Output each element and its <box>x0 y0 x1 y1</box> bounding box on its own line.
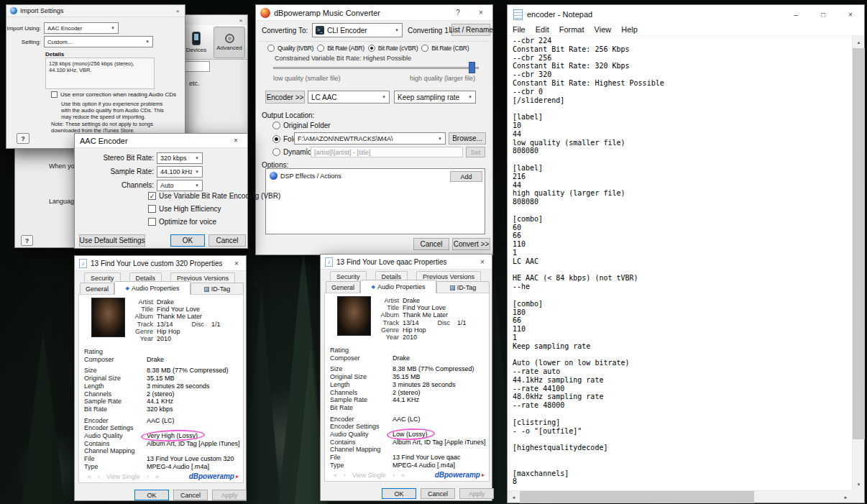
tab-id-tag[interactable]: ID-Tag <box>191 283 244 295</box>
rate-mode-radio[interactable]: Bit Rate (ABR) <box>317 45 364 52</box>
apply-button[interactable]: Apply <box>212 490 247 500</box>
aac-option-checkbox[interactable]: Use High Efficiency <box>148 205 280 213</box>
info-label: Encoder Settings <box>330 423 393 431</box>
ok-button[interactable]: OK <box>382 488 416 499</box>
nav-item[interactable]: › <box>393 472 395 479</box>
brand-text: dBpoweramp <box>435 471 480 479</box>
close-icon[interactable]: × <box>473 255 492 269</box>
menu-item[interactable]: View <box>590 25 617 34</box>
tab-audio-properties[interactable]: ◆ Audio Properties <box>114 281 191 295</box>
tab-audio-properties[interactable]: ◆ Audio Properties <box>360 280 436 293</box>
cancel-button[interactable]: Cancel <box>173 490 208 500</box>
setting-dropdown[interactable]: 320 kbps ▾ <box>157 152 203 164</box>
nav-item[interactable]: » <box>401 472 405 479</box>
tab-id-tag[interactable]: ID-Tag <box>436 281 490 293</box>
nav-item[interactable]: › <box>147 473 149 480</box>
horizontal-scrollbar[interactable]: ◄ ► <box>508 490 852 503</box>
import-using-dropdown[interactable]: AAC Encoder ▾ <box>44 22 119 34</box>
info-row: Bit Rate 320 kbps <box>84 406 242 413</box>
radio-label: Bit Rate (CBR) <box>431 45 469 52</box>
info-label: Audio Quality <box>330 431 393 439</box>
aac-option-checkbox[interactable]: Use Variable Bit Rate Encoding (VBR) <box>148 192 280 200</box>
aac-settings-rows: Stereo Bit Rate: 320 kbps ▾ Sample Rate:… <box>75 151 247 192</box>
info-label: Bit Rate <box>330 404 393 412</box>
tag-value: 2010 <box>403 334 417 341</box>
notepad-text-area[interactable]: --cbr 224 Constant Bit Rate: 256 Kbps --… <box>508 36 852 490</box>
nav-item[interactable]: ‹ <box>98 473 100 480</box>
ok-button[interactable]: OK <box>170 234 205 247</box>
encoder-select-value: CLI Encoder <box>327 27 392 35</box>
chevron-down-icon: ▾ <box>465 94 475 100</box>
error-correction-checkbox[interactable]: Use error correction when reading Audio … <box>51 91 176 98</box>
set-button[interactable]: Set <box>466 147 485 157</box>
sampling-dropdown[interactable]: Keep sampling rate ▾ <box>394 91 476 104</box>
bitrate-slider-track[interactable] <box>273 67 479 69</box>
bitrate-slider-thumb[interactable] <box>469 62 475 73</box>
checkbox-label: Use High Efficiency <box>159 205 221 213</box>
list-rename-button[interactable]: List / Rename <box>451 24 490 36</box>
rate-mode-radio[interactable]: Quality (tVBR) <box>267 45 313 52</box>
dsp-effects-item[interactable]: DSP Effects / Actions <box>270 172 341 180</box>
nav-item[interactable]: View Single <box>106 473 140 480</box>
close-icon[interactable]: × <box>224 134 247 147</box>
dynamic-pattern-field[interactable]: [artist]\[artist] - [title] <box>311 147 463 157</box>
help-button[interactable]: ? <box>21 235 33 246</box>
cancel-button[interactable]: Cancel <box>413 238 449 250</box>
encoder-settings-button[interactable]: Encoder >> <box>265 91 305 104</box>
ok-button[interactable]: OK <box>134 490 169 500</box>
menu-item[interactable]: Help <box>616 25 643 34</box>
info-row: Composer Drake <box>330 354 488 362</box>
menu-item[interactable]: File <box>508 25 531 34</box>
radio-label: Original Folder <box>283 122 331 129</box>
info-label: Length <box>330 381 393 389</box>
minimize-icon[interactable]: – <box>782 5 809 24</box>
close-icon[interactable]: × <box>170 5 185 17</box>
scroll-up-icon[interactable]: ▲ <box>853 36 865 48</box>
convert-button[interactable]: Convert >> <box>452 238 490 250</box>
nav-item[interactable]: « <box>334 472 337 479</box>
window-title: encoder - Notepad <box>527 10 592 19</box>
scrollbar-thumb[interactable] <box>853 48 865 439</box>
help-icon[interactable]: ? <box>446 5 469 20</box>
nav-item[interactable]: « <box>88 473 91 480</box>
encoder-select-dropdown[interactable]: >_ CLI Encoder ▾ <box>312 23 403 37</box>
scrollbar-thumb[interactable] <box>520 491 754 503</box>
codec-dropdown[interactable]: LC AAC ▾ <box>308 91 390 104</box>
toolbar-advanced[interactable]: Advanced <box>214 27 245 58</box>
info-value: AAC (LC) <box>393 416 421 423</box>
apply-button[interactable]: Apply <box>459 488 494 499</box>
menu-item[interactable]: Edit <box>531 25 554 34</box>
menu-item[interactable]: Format <box>554 25 590 34</box>
nav-item[interactable]: View Single <box>352 472 386 479</box>
info-label: Encoder Settings <box>84 424 147 432</box>
cancel-button[interactable]: Cancel <box>208 234 246 247</box>
aac-option-checkbox[interactable]: Optimize for voice <box>148 218 280 226</box>
use-default-settings-button[interactable]: Use Default Settings <box>79 234 145 247</box>
cancel-button[interactable]: Cancel <box>421 488 455 499</box>
info-label: Contains <box>84 440 147 448</box>
nav-item[interactable]: » <box>155 473 159 480</box>
tab-general[interactable]: General <box>326 281 360 293</box>
output-original-radio[interactable]: Original Folder <box>272 122 331 129</box>
close-icon[interactable]: × <box>234 15 247 25</box>
close-icon[interactable]: × <box>469 5 492 20</box>
scroll-right-icon[interactable]: ► <box>840 491 852 503</box>
rate-mode-radio[interactable]: Bit Rate (cVBR) <box>368 45 418 52</box>
browse-button[interactable]: Browse... <box>449 132 486 145</box>
info-row: Length 3 minutes 28 seconds <box>330 381 488 389</box>
add-button[interactable]: Add <box>450 171 482 182</box>
scroll-down-icon[interactable]: ▼ <box>853 478 865 490</box>
close-icon[interactable]: × <box>837 5 864 24</box>
setting-dropdown[interactable]: 44.100 kHz ▾ <box>157 166 203 178</box>
scroll-left-icon[interactable]: ◄ <box>508 491 520 503</box>
maximize-icon[interactable]: □ <box>809 5 837 24</box>
help-button[interactable]: ? <box>17 133 29 144</box>
rate-mode-radio[interactable]: Bit Rate (CBR) <box>421 45 469 52</box>
vertical-scrollbar[interactable]: ▲ ▼ <box>852 36 864 490</box>
setting-dropdown[interactable]: Custom... ▾ <box>44 36 153 47</box>
setting-dropdown[interactable]: Auto ▾ <box>157 180 203 191</box>
tab-general[interactable]: General <box>80 283 114 295</box>
output-folder-path-dropdown[interactable]: F:\AMAZON\NEWTRACKS\M4A\ ▾ <box>294 132 446 145</box>
close-icon[interactable]: × <box>227 256 246 270</box>
nav-item[interactable]: ‹ <box>344 472 346 479</box>
